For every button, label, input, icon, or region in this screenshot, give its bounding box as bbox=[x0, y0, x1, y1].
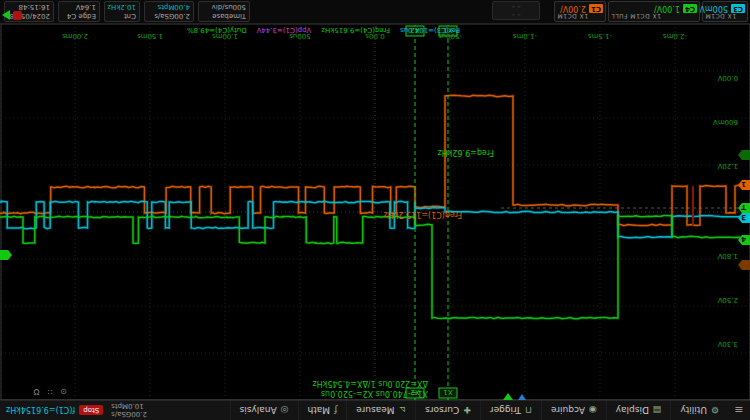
bottom-status-bar: 1X DC1MC3500mV/1X DC1M FULLC41.00V/1X DC… bbox=[0, 0, 750, 24]
channel-marker-label: 1 bbox=[741, 180, 746, 188]
orange-trace-glow bbox=[0, 95, 750, 225]
info-box-line2: 1.64V bbox=[62, 2, 96, 11]
green-annotation: Freq=9.62kHz bbox=[438, 148, 495, 157]
info-box-1[interactable]: 2.00GSa/s4.00Mpts bbox=[144, 1, 194, 22]
channel-box-c1[interactable]: 1X DC1MC12.00V/ bbox=[554, 1, 606, 22]
record-icon[interactable] bbox=[13, 11, 22, 20]
channel-ground-marker[interactable] bbox=[738, 150, 750, 160]
time-axis-label: 1.50ms bbox=[137, 32, 163, 40]
math-descriptor-box[interactable]: – – – – bbox=[492, 1, 540, 20]
volt-axis-label: 600mV bbox=[713, 118, 738, 126]
info-box-line1: Cnt bbox=[108, 11, 136, 20]
orange-annotation: Freq(C1)=115.2kHz bbox=[383, 210, 462, 219]
aux-position-marker[interactable] bbox=[518, 394, 526, 400]
info-box-line2: 4.00Mpts bbox=[148, 2, 190, 11]
measurement-item: Duty(C4)=49.8% bbox=[187, 26, 247, 34]
volt-axis-label: 0.00V bbox=[717, 74, 738, 82]
info-box-line1: 2.00GSa/s bbox=[148, 11, 190, 20]
math-box-line1: – – bbox=[493, 11, 539, 19]
info-box-line1: Timebase bbox=[202, 11, 246, 20]
channel-ground-marker[interactable] bbox=[738, 260, 750, 270]
math-box-line2: – – bbox=[493, 3, 539, 11]
channel-scale: 2.00V/ bbox=[560, 4, 586, 13]
info-box-line2: 10.2kHz bbox=[108, 2, 136, 11]
waveform-plot: X1X1X2X243T1-2.0ms-1.5ms-1.0ms-500us0.00… bbox=[0, 0, 750, 420]
measurement-strip: Per(C3)=104.0usFreq(C4)=9.615kHzVpp(C1)=… bbox=[187, 26, 460, 34]
info-box-line1: Edge C4 bbox=[62, 11, 96, 20]
orange-trace bbox=[0, 95, 750, 225]
channel-marker-label: T bbox=[741, 203, 746, 211]
time-axis-label: -2.0ms bbox=[663, 32, 687, 40]
channel-chip: C4 bbox=[683, 4, 697, 13]
info-box-line2: 500us/div bbox=[202, 2, 246, 11]
time-axis-label: 2.00ms bbox=[62, 32, 88, 40]
scope-screen-rotated-180: ≡ ⚙Utility▤Display◉Acquire⊓Trigger✚Curso… bbox=[0, 0, 750, 420]
time-axis-label: -1.5ms bbox=[588, 32, 612, 40]
cursor-readout-line2: ΔX=220.0us 1/ΔX=4.545kHz bbox=[312, 378, 428, 388]
measurement-item: Vpp(C1)=3.44V bbox=[257, 26, 312, 34]
info-box-2[interactable]: Cnt10.2kHz bbox=[104, 1, 140, 22]
channel-coupling-info: 1X DC1M FULL bbox=[611, 13, 661, 20]
channel-chip: C1 bbox=[589, 4, 603, 13]
time-axis-label: -1.0ms bbox=[513, 32, 537, 40]
volt-axis-label: 2.50V bbox=[717, 296, 738, 304]
trigger-position-marker[interactable] bbox=[503, 393, 513, 400]
measurement-item: Per(C3)=104.0us bbox=[400, 26, 460, 34]
measurement-item: Freq(C4)=9.615kHz bbox=[321, 26, 390, 34]
play-icon[interactable] bbox=[2, 10, 10, 20]
cursor-flag-label: X1 bbox=[443, 388, 452, 396]
scope-screenshot: ≡ ⚙Utility▤Display◉Acquire⊓Trigger✚Curso… bbox=[0, 0, 750, 420]
channel-marker-label: 3 bbox=[741, 213, 746, 221]
channel-box-c3[interactable]: 1X DC1MC3500mV/ bbox=[702, 1, 748, 22]
volt-axis-label: 3.30V bbox=[717, 340, 738, 348]
info-box-0[interactable]: Timebase500us/div bbox=[198, 1, 250, 22]
volt-axis-label: 1.80V bbox=[717, 252, 738, 260]
channel-coupling-info: 1X DC1M bbox=[557, 13, 588, 20]
channel-coupling-info: 1X DC1M bbox=[705, 13, 736, 20]
cursor-readout: X1=-740.0us X2=-520.0us ΔX=220.0us 1/ΔX=… bbox=[312, 378, 428, 398]
channel-box-c4[interactable]: 1X DC1M FULLC41.00V/ bbox=[608, 1, 700, 22]
info-box-3[interactable]: Edge C41.64V bbox=[58, 1, 100, 22]
cursor-readout-line1: X1=-740.0us X2=-520.0us bbox=[312, 388, 428, 398]
channel-scale: 500mV/ bbox=[697, 4, 728, 13]
channel-chip: C3 bbox=[731, 4, 745, 13]
trigger-level-marker[interactable] bbox=[0, 250, 12, 260]
channel-marker-label: 4 bbox=[741, 235, 746, 243]
channel-scale: 1.00V/ bbox=[654, 4, 680, 13]
volt-axis-label: 1.20V bbox=[717, 162, 738, 170]
corner-status-icons bbox=[2, 10, 22, 20]
